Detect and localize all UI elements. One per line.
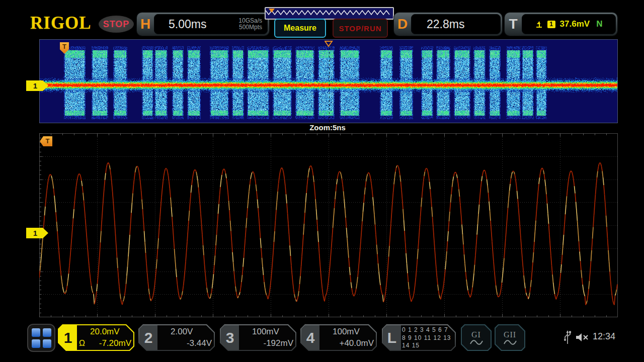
- acquisition-status-badge: STOP: [99, 16, 134, 33]
- zoom-waveform-window[interactable]: [39, 133, 618, 317]
- measure-button[interactable]: Measure: [274, 19, 326, 38]
- logic-channels-row1: 0 1 2 3 4 5 6 7: [402, 326, 453, 334]
- menu-button[interactable]: [27, 324, 55, 352]
- impedance-symbol: Ω: [79, 339, 85, 348]
- trigger-mode-indicator: N: [596, 19, 602, 29]
- delay-panel[interactable]: D 22.8ms: [394, 13, 502, 36]
- oscilloscope-screen: RIGOL STOP H 5.00ms 10GSa/s 500Mpts Meas…: [0, 0, 644, 362]
- channel4-panel[interactable]: 4 100mV +40.0mV: [300, 324, 377, 351]
- zoom-waveform-display[interactable]: [39, 133, 618, 317]
- stop-run-button[interactable]: STOP/RUN: [333, 19, 388, 38]
- generator1-label: GI: [471, 330, 481, 339]
- horizontal-label: H: [137, 16, 154, 32]
- channel3-offset: -192mV: [263, 338, 293, 348]
- channel4-offset: +40.0mV: [339, 338, 374, 348]
- clock: 12:34: [593, 331, 615, 342]
- channel3-scale: 100mV: [252, 327, 279, 337]
- main-waveform-window[interactable]: [39, 39, 618, 123]
- waveform-overview-bar[interactable]: [265, 7, 394, 20]
- sample-rate-readout: 10GSa/s 500Mpts: [238, 18, 267, 31]
- channel1-offset: -7.20mV: [99, 338, 131, 348]
- channel3-number: 3: [221, 325, 239, 350]
- channel2-number: 2: [139, 325, 157, 350]
- channel4-number: 4: [301, 325, 319, 350]
- menu-grid-icon: [32, 328, 40, 337]
- delay-value: 22.8ms: [412, 18, 464, 31]
- channel1-number: 1: [59, 325, 77, 350]
- timebase-value: 5.00ms: [154, 18, 238, 31]
- logic-analyzer-panel[interactable]: L 0 1 2 3 4 5 6 7 8 9 10 11 12 13 14 15: [382, 324, 456, 351]
- channel1-panel[interactable]: 1 20.0mV Ω -7.20mV: [58, 324, 134, 351]
- channel2-panel[interactable]: 2 2.00V -3.44V: [138, 324, 215, 351]
- trigger-label: T: [505, 16, 522, 32]
- generator2-label: GII: [504, 330, 516, 339]
- zoom-window-cursor-top[interactable]: [325, 41, 333, 47]
- sine-wave-icon: [470, 339, 483, 345]
- channel2-scale: 2.00V: [171, 327, 193, 337]
- overview-position-marker: [269, 9, 275, 13]
- delay-label: D: [394, 16, 411, 32]
- mute-speaker-icon[interactable]: [576, 332, 590, 342]
- channel3-panel[interactable]: 3 100mV -192mV: [220, 324, 296, 351]
- channel2-offset: -3.44V: [187, 338, 212, 348]
- trigger-source-badge: 1: [547, 21, 555, 28]
- zoom-scale-label: Zoom:5ns: [43, 123, 612, 133]
- trigger-level-value: 37.6mV: [560, 19, 590, 29]
- rigol-logo: RIGOL: [30, 13, 92, 33]
- trigger-panel[interactable]: T 1 37.6mV N: [505, 13, 617, 36]
- usb-icon: [564, 330, 572, 344]
- generator2-button[interactable]: GII: [495, 324, 525, 351]
- overview-waveform-icon: [266, 11, 389, 15]
- channel4-scale: 100mV: [333, 327, 360, 337]
- logic-panel-label: L: [383, 325, 401, 350]
- horizontal-timebase-panel[interactable]: H 5.00ms 10GSa/s 500Mpts: [137, 13, 269, 36]
- generator1-button[interactable]: GI: [461, 324, 492, 351]
- main-waveform-display[interactable]: [40, 40, 617, 123]
- sine-wave-icon: [504, 339, 517, 345]
- rising-edge-icon: [535, 21, 543, 28]
- channel1-scale: 20.0mV: [90, 327, 120, 337]
- logic-channels-row2: 8 9 10 11 12 13 14 15: [402, 334, 453, 349]
